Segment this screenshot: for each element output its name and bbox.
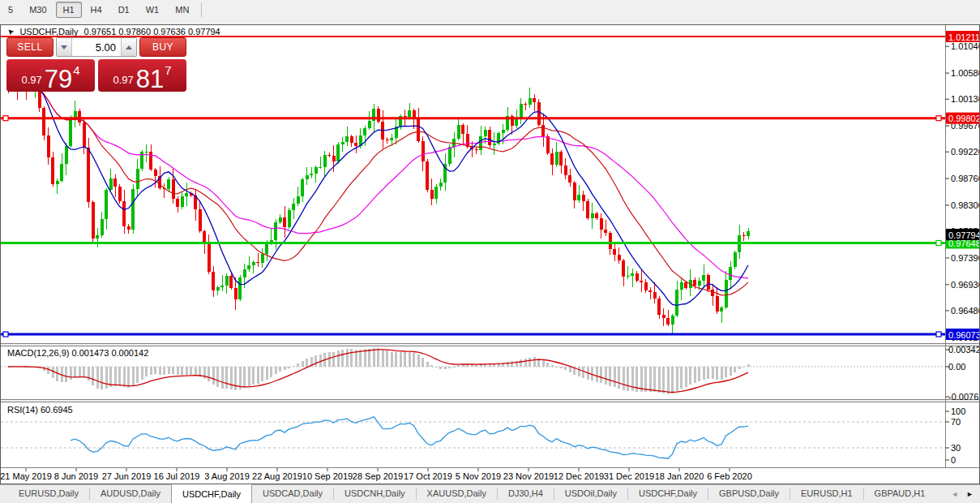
rsi-indicator-label: RSI(14) 60.6945 (7, 405, 73, 415)
tab-usdchf-daily[interactable]: USDCHF,Daily (628, 485, 708, 503)
hline-handle[interactable] (3, 116, 8, 121)
chart-pointer-icon: ➤ (6, 26, 16, 37)
price-axis-label: 0.97390 (951, 253, 980, 263)
date-label: 8 Jun 2019 (54, 471, 98, 481)
price-badge-0.96073: 0.96073 (946, 329, 980, 340)
price-badge-1.01211: 1.01211 (946, 31, 980, 42)
hline-handle[interactable] (936, 116, 941, 121)
tab-audusd-daily[interactable]: AUDUSD,Daily (90, 485, 171, 503)
price-axis-label: 0.96930 (951, 280, 980, 290)
price-axis-label: 0.96480 (951, 306, 980, 316)
macd-axis-label: 0.00 (948, 362, 965, 372)
chevron-down-icon (61, 45, 67, 49)
price-axis-label: 0.98760 (951, 174, 980, 183)
rsi-axis-label: 0 (951, 455, 956, 465)
svg-text:0.99802: 0.99802 (948, 114, 980, 123)
svg-text:1.01211: 1.01211 (948, 32, 980, 42)
date-label: 16 Jul 2019 (154, 471, 200, 481)
tab-scroll-right-icon[interactable]: ► (966, 490, 974, 498)
price-axis-label: 0.98300 (951, 200, 980, 210)
sell-price-display[interactable]: 0.97794 (6, 59, 95, 92)
price-axis-label: 1.00580 (951, 68, 980, 78)
date-label: 31 Dec 2019 (604, 471, 654, 481)
tab-gbpusd-daily[interactable]: GBPUSD,Daily (708, 485, 790, 503)
macd-axis-label: 0.003428 (948, 345, 980, 355)
tab-scroll-nav: ◄► (951, 485, 980, 503)
svg-text:0.97794: 0.97794 (948, 230, 980, 240)
price-badge-0.97794: 0.97794 (946, 229, 980, 240)
tab-eurusd-daily[interactable]: EURUSD,Daily (8, 485, 89, 503)
chart-title: ➤ USDCHF,Daily 0.97651 0.97860 0.97636 0… (7, 27, 220, 37)
volume-input[interactable] (72, 38, 121, 56)
rsi-axis-label: 100 (951, 406, 965, 416)
macd-indicator-label: MACD(12,26,9) 0.001473 0.000142 (7, 348, 148, 358)
tab-usdchf-daily[interactable]: USDCHF,Daily (171, 484, 252, 503)
price-axis-label: 1.00130 (951, 94, 980, 104)
tab-eurusd-h1[interactable]: EURUSD,H1 (790, 485, 863, 503)
trading-terminal-window: 5M30H1H4D1W1MN 1.010401.005801.001300.99… (0, 0, 980, 503)
price-axis-label: 1.01040 (951, 41, 980, 51)
volume-decrease-button[interactable] (57, 38, 72, 56)
volume-stepper (56, 37, 137, 57)
volume-increase-button[interactable] (121, 38, 136, 56)
tab-usdcad-daily[interactable]: USDCAD,Daily (252, 485, 333, 503)
date-label: 10 Sep 2019 (302, 471, 353, 481)
one-click-trading-panel: SELL BUY 0.97794 0.97817 (6, 37, 186, 92)
tab-usdoil-daily[interactable]: USDOil,Daily (554, 485, 627, 503)
price-badge-0.99802: 0.99802 (946, 113, 980, 124)
date-label: 22 Aug 2019 (252, 471, 302, 481)
tab-usdcnh-daily[interactable]: USDCNH,Daily (334, 485, 416, 503)
tab-scroll-left-icon[interactable]: ◄ (951, 490, 958, 498)
tab-xauusd-daily[interactable]: XAUUSD,Daily (417, 485, 497, 503)
date-label: 21 May 2019 (0, 471, 52, 481)
date-label: 23 Nov 2019 (503, 471, 554, 481)
chart-tab-bar: EURUSD,DailyAUDUSD,DailyUSDCHF,DailyUSDC… (0, 484, 980, 503)
hline-handle[interactable] (936, 332, 941, 337)
sell-button[interactable]: SELL (6, 37, 53, 57)
chart-ohlc-values: 0.97651 0.97860 0.97636 0.97794 (84, 27, 220, 37)
chevron-up-icon (126, 45, 132, 49)
date-label: 5 Nov 2019 (456, 471, 501, 481)
rsi-axis-label: 70 (951, 417, 961, 427)
tab-dj30-h4[interactable]: DJ30,H4 (498, 485, 554, 503)
hline-handle[interactable] (3, 332, 8, 337)
date-label: 18 Jan 2020 (655, 471, 704, 481)
date-label: 28 Sep 2019 (353, 471, 403, 481)
svg-text:0.96073: 0.96073 (948, 330, 980, 340)
macd-axis-label: -0.007615 (948, 392, 980, 402)
date-label: 17 Oct 2019 (404, 471, 452, 481)
hline-handle[interactable] (936, 241, 941, 246)
date-label: 27 Jun 2019 (102, 471, 152, 481)
tab-gbpaud-h1[interactable]: GBPAUD,H1 (864, 485, 936, 503)
date-label: 6 Feb 2020 (707, 471, 752, 481)
price-axis-label: 0.99220 (951, 147, 980, 157)
rsi-axis-label: 30 (951, 443, 961, 453)
chart-symbol-label: USDCHF,Daily (19, 27, 78, 37)
buy-button[interactable]: BUY (139, 37, 186, 57)
buy-price-display[interactable]: 0.97817 (98, 59, 186, 92)
date-label: 12 Dec 2019 (554, 471, 604, 481)
date-label: 3 Aug 2019 (204, 471, 250, 481)
